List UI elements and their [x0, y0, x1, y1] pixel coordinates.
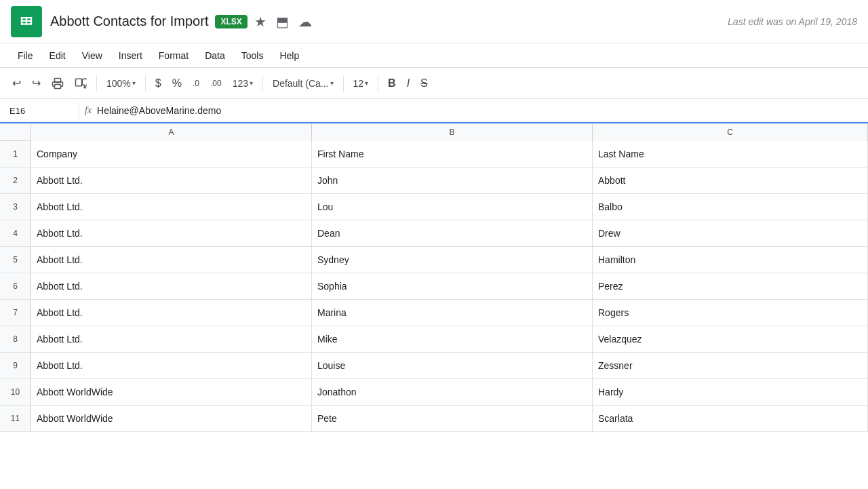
row-number: 5 [0, 247, 31, 273]
toolbar-divider-1 [96, 75, 97, 92]
formula-bar: fx [0, 99, 868, 123]
cell[interactable]: First Name [312, 141, 593, 167]
bold-button[interactable]: B [384, 75, 400, 92]
toolbar: ↩ ↪ 100% ▾ $ % .0 .00 123 ▾ Default (Ca.… [0, 68, 868, 99]
table-row: 3Abbott Ltd.LouBalbo [0, 194, 868, 220]
row-number: 10 [0, 379, 31, 405]
cell[interactable]: Abbott WorldWide [31, 406, 312, 431]
cell[interactable]: Jonathon [312, 379, 593, 405]
cell[interactable]: Drew [593, 220, 868, 246]
table-row: 4Abbott Ltd.DeanDrew [0, 220, 868, 247]
decimal-increase-button[interactable]: .00 [206, 76, 226, 91]
row-number: 8 [0, 326, 31, 352]
more-formats-label: 123 [233, 78, 248, 89]
row-number: 9 [0, 353, 31, 378]
more-formats-dropdown[interactable]: 123 ▾ [229, 75, 257, 92]
row-number: 7 [0, 300, 31, 326]
cell[interactable]: Abbott [593, 168, 868, 193]
cloud-icon[interactable]: ☁ [298, 14, 312, 30]
cell[interactable]: Dean [312, 220, 593, 246]
menu-help[interactable]: Help [273, 47, 306, 64]
svg-rect-6 [31, 17, 32, 25]
cell[interactable]: Zessner [593, 353, 868, 378]
menu-file[interactable]: File [11, 47, 40, 64]
column-headers: A B C [0, 123, 868, 141]
cell[interactable]: Velazquez [593, 326, 868, 352]
app-icon [11, 6, 42, 37]
cell[interactable]: Rogers [593, 300, 868, 326]
svg-rect-5 [26, 17, 27, 25]
cell[interactable]: Last Name [593, 141, 868, 167]
cell[interactable]: Abbott Ltd. [31, 194, 312, 220]
col-header-c[interactable]: C [593, 123, 868, 141]
menu-insert[interactable]: Insert [112, 47, 149, 64]
font-size-value: 12 [353, 78, 364, 89]
cell[interactable]: Abbott Ltd. [31, 326, 312, 352]
row-number: 6 [0, 273, 31, 299]
doc-title: Abbott Contacts for Import [50, 14, 208, 29]
col-header-b[interactable]: B [312, 123, 593, 141]
cell[interactable]: Lou [312, 194, 593, 220]
cell[interactable]: Mike [312, 326, 593, 352]
rows-container: 1CompanyFirst NameLast Name2Abbott Ltd.J… [0, 141, 868, 489]
cell[interactable]: Sydney [312, 247, 593, 273]
formula-separator [79, 102, 79, 119]
redo-button[interactable]: ↪ [28, 74, 45, 92]
fx-label: fx [85, 105, 92, 116]
cell[interactable]: Scarlata [593, 406, 868, 431]
menu-tools[interactable]: Tools [235, 47, 271, 64]
table-row: 2Abbott Ltd.JohnAbbott [0, 168, 868, 194]
spreadsheet: A B C 1CompanyFirst NameLast Name2Abbott… [0, 123, 868, 489]
cell[interactable]: Louise [312, 353, 593, 378]
font-value: Default (Ca... [273, 78, 328, 89]
formula-input[interactable] [97, 105, 863, 116]
row-number: 11 [0, 406, 31, 431]
cell[interactable]: Abbott WorldWide [31, 379, 312, 405]
font-size-dropdown[interactable]: 12 ▾ [349, 75, 373, 92]
italic-button[interactable]: I [403, 75, 414, 92]
strikethrough-button[interactable]: S [416, 75, 432, 92]
table-row: 10Abbott WorldWideJonathonHardy [0, 379, 868, 406]
cell[interactable]: Abbott Ltd. [31, 273, 312, 299]
cell[interactable]: Hardy [593, 379, 868, 405]
xlsx-badge: XLSX [215, 15, 247, 28]
percent-button[interactable]: % [168, 75, 186, 92]
table-row: 9Abbott Ltd.LouiseZessner [0, 353, 868, 379]
toolbar-divider-3 [262, 75, 263, 92]
cell[interactable]: Perez [593, 273, 868, 299]
cell-reference[interactable] [5, 104, 73, 117]
paint-format-button[interactable] [71, 75, 91, 92]
menu-data[interactable]: Data [198, 47, 232, 64]
star-icon[interactable]: ★ [254, 14, 267, 30]
decimal-decrease-button[interactable]: .0 [189, 76, 203, 91]
cell[interactable]: Company [31, 141, 312, 167]
cell[interactable]: Hamilton [593, 247, 868, 273]
zoom-dropdown[interactable]: 100% ▾ [102, 75, 140, 92]
menu-view[interactable]: View [75, 47, 109, 64]
table-row: 6Abbott Ltd.SophiaPerez [0, 273, 868, 300]
cell[interactable]: Sophia [312, 273, 593, 299]
cell[interactable]: Abbott Ltd. [31, 220, 312, 246]
folder-icon[interactable]: ⬒ [276, 14, 289, 30]
cell[interactable]: Marina [312, 300, 593, 326]
cell[interactable]: Balbo [593, 194, 868, 220]
cell[interactable]: Abbott Ltd. [31, 353, 312, 378]
cell[interactable]: Pete [312, 406, 593, 431]
currency-button[interactable]: $ [151, 75, 165, 92]
cell[interactable]: Abbott Ltd. [31, 300, 312, 326]
undo-button[interactable]: ↩ [8, 74, 25, 92]
menu-format[interactable]: Format [152, 47, 195, 64]
table-row: 1CompanyFirst NameLast Name [0, 141, 868, 168]
print-button[interactable] [47, 75, 68, 92]
title-icons: ★ ⬒ ☁ [254, 14, 312, 30]
row-number: 3 [0, 194, 31, 220]
toolbar-divider-5 [378, 75, 378, 92]
cell[interactable]: John [312, 168, 593, 193]
font-dropdown[interactable]: Default (Ca... ▾ [269, 75, 337, 92]
menu-edit[interactable]: Edit [43, 47, 73, 64]
col-header-a[interactable]: A [31, 123, 312, 141]
zoom-arrow: ▾ [132, 79, 136, 87]
zoom-value: 100% [106, 78, 131, 89]
cell[interactable]: Abbott Ltd. [31, 168, 312, 193]
cell[interactable]: Abbott Ltd. [31, 247, 312, 273]
